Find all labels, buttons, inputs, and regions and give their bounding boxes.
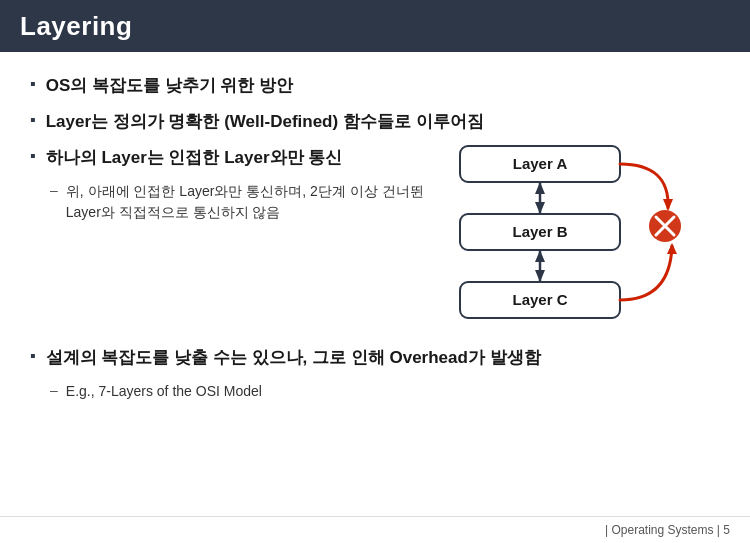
footer-text: | Operating Systems | 5 [605,523,730,537]
svg-marker-3 [535,202,545,214]
svg-marker-7 [535,270,545,282]
list-item: ▪ 설계의 복잡도를 낮출 수는 있으나, 그로 인해 Overhead가 발생… [30,346,720,370]
slide-footer: | Operating Systems | 5 [0,516,750,543]
slide: Layering ▪ OS의 복잡도를 낮추기 위한 방안 ▪ Layer는 정… [0,0,750,543]
svg-marker-6 [535,250,545,262]
svg-marker-13 [663,199,673,211]
list-item: ▪ Layer는 정의가 명확한 (Well-Defined) 함수들로 이루어… [30,110,720,134]
layer-a-label: Layer A [513,155,568,172]
diagram-svg: Layer A Layer B Layer C [440,136,720,336]
sub-list-item: – 위, 아래에 인접한 Layer와만 통신하며, 2단계 이상 건너뛴 La… [50,181,430,223]
sub-list-item: – E.g., 7-Layers of the OSI Model [50,381,720,402]
bullet-text-4: 설계의 복잡도를 낮출 수는 있으나, 그로 인해 Overhead가 발생함 [46,346,541,370]
bullet-icon-3: ▪ [30,147,36,165]
svg-marker-2 [535,182,545,194]
sub-bullet-text-3a: 위, 아래에 인접한 Layer와만 통신하며, 2단계 이상 건너뛴 Laye… [66,181,430,223]
slide-content: ▪ OS의 복잡도를 낮추기 위한 방안 ▪ Layer는 정의가 명확한 (W… [0,52,750,516]
slide-header: Layering [0,0,750,52]
layering-diagram: Layer A Layer B Layer C [440,136,720,336]
sub-bullet-icon-3a: – [50,182,58,198]
bullet-icon-2: ▪ [30,111,36,129]
layer-b-label: Layer B [512,223,567,240]
sub-bullet-text-4a: E.g., 7-Layers of the OSI Model [66,381,262,402]
list-item: ▪ OS의 복잡도를 낮추기 위한 방안 [30,74,720,98]
layer-c-label: Layer C [512,291,567,308]
sub-bullet-icon-4a: – [50,382,58,398]
list-item: ▪ 하나의 Layer는 인접한 Layer와만 통신 [30,146,430,170]
bullet-icon-4: ▪ [30,347,36,365]
bullet-text-2: Layer는 정의가 명확한 (Well-Defined) 함수들로 이루어짐 [46,110,484,134]
left-content: ▪ 하나의 Layer는 인접한 Layer와만 통신 – 위, 아래에 인접한… [30,146,440,230]
bullet-icon-1: ▪ [30,75,36,93]
bullet-text-1: OS의 복잡도를 낮추기 위한 방안 [46,74,293,98]
bullet-text-3: 하나의 Layer는 인접한 Layer와만 통신 [46,146,343,170]
middle-section: ▪ 하나의 Layer는 인접한 Layer와만 통신 – 위, 아래에 인접한… [30,146,720,336]
slide-title: Layering [20,11,132,42]
svg-marker-12 [667,243,677,254]
